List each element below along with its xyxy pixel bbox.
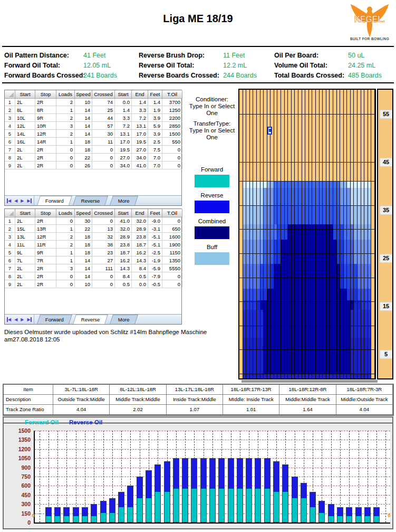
table-cell: 0 — [162, 217, 182, 225]
table-tab-strip: ◀◀▶▶ForwardReverseMore — [5, 314, 181, 324]
separator-line — [2, 82, 394, 83]
oil-bar — [118, 492, 124, 522]
band-segment — [264, 338, 351, 373]
reverse-oil-segment — [265, 459, 270, 489]
column-header: Feet — [148, 90, 162, 99]
distance-label: 5 — [380, 350, 392, 359]
transfer-type-select[interactable]: Type In or Select One — [183, 127, 240, 141]
table-cell: 650 — [162, 225, 182, 233]
reverse-oil-segment — [101, 501, 106, 513]
table-corner-cell[interactable] — [5, 209, 15, 217]
tab-reverse[interactable]: Reverse — [73, 315, 109, 324]
reverse-oil-segment — [228, 459, 234, 489]
nav-next-icon[interactable]: ▶ — [21, 198, 24, 203]
band-segment — [274, 205, 340, 224]
band-segment — [333, 224, 344, 239]
table-cell: 2L — [15, 162, 35, 169]
ratio-cell: 18L-18R:7R-3R — [336, 385, 393, 395]
oil-bar — [328, 504, 334, 522]
oil-bar — [100, 501, 107, 522]
band-gap — [239, 205, 243, 224]
forward-oil-segment — [55, 516, 60, 522]
reverse-oil-segment — [146, 471, 151, 498]
band-segment — [264, 224, 277, 239]
v-gridline — [385, 431, 386, 522]
stat-row: Total Boards Crossed:485 Boards — [274, 71, 382, 81]
band-segment — [260, 264, 271, 288]
distance-line — [239, 326, 375, 326]
oil-bar — [292, 477, 298, 522]
tab-label: Forward — [45, 198, 63, 204]
table-cell: 0 — [162, 280, 182, 288]
band-segment — [347, 181, 371, 188]
column-header: End — [132, 209, 148, 217]
nav-first-icon[interactable]: ◀ — [7, 198, 11, 203]
table-cell: 2 — [56, 130, 75, 138]
track-zone-ratio-table: Item3L-7L:18L-18R8L-12L:18L-18R13L-17L:1… — [3, 384, 394, 416]
table-nav-arrows: ◀◀▶▶ — [5, 196, 34, 205]
tab-forward[interactable]: Forward — [37, 315, 72, 324]
reverse-oil-segment — [110, 499, 115, 514]
nav-next-icon[interactable]: ▶ — [21, 317, 24, 322]
band-segment — [274, 188, 340, 205]
conditioner-select[interactable]: Type In or Select One — [183, 103, 240, 117]
stat-value: 41 Feet — [83, 51, 105, 61]
y-axis-tick-label: 900 — [6, 464, 31, 471]
stat-value: 50 uL — [348, 51, 364, 61]
distance-label: 55 — [380, 110, 392, 119]
column-header: Start — [115, 90, 132, 99]
column-header: Crossed — [92, 209, 115, 217]
table-cell: 2R — [35, 162, 56, 169]
nav-prev-icon[interactable]: ◀ — [14, 317, 17, 322]
row-number: 8 — [5, 154, 15, 162]
table-cell: 19.5 — [115, 146, 132, 154]
table-cell: 2L — [15, 98, 35, 106]
table-cell: 34.0 — [115, 162, 132, 169]
row-number: 4 — [5, 241, 15, 249]
forward-oil-segment — [165, 492, 170, 522]
forward-oil-segment — [319, 513, 324, 522]
legend-label: Forward — [183, 166, 240, 173]
table-cell: 0 — [92, 154, 115, 162]
conditioner-label: Conditioner: — [183, 96, 240, 103]
legend-forward-oil: Forward Oil — [25, 419, 59, 425]
reverse-oil-segment — [210, 459, 215, 489]
distance-line — [239, 374, 375, 374]
nav-last-icon[interactable]: ▶ — [27, 317, 31, 322]
tab-reverse[interactable]: Reverse — [73, 196, 109, 205]
table-cell: 1.4 — [148, 98, 162, 106]
table-cell: -5.9 — [148, 264, 162, 272]
table-cell: 14.3 — [115, 264, 132, 272]
table-cell: 12L — [15, 122, 35, 130]
phoenix-icon: KEGEL. — [347, 3, 392, 38]
ratio-cell: 1.07 — [167, 405, 223, 415]
table-cell: 9R — [35, 114, 56, 122]
row-number: 4 — [5, 122, 15, 130]
table-cell: 27.0 — [132, 146, 148, 154]
nav-last-icon[interactable]: ▶ — [27, 198, 31, 203]
row-number: 1 — [5, 98, 15, 106]
nav-first-icon[interactable]: ◀ — [7, 317, 11, 322]
table-corner-cell[interactable] — [5, 90, 15, 99]
tab-more[interactable]: More — [110, 196, 138, 205]
table-row: 12L2R030041.032.0-9.00 — [5, 217, 181, 225]
tab-more[interactable]: More — [110, 315, 138, 324]
table-cell: 1.9 — [148, 106, 162, 114]
legend-item-combined: Combined — [183, 218, 240, 239]
oil-bar — [282, 464, 288, 522]
nav-prev-icon[interactable]: ◀ — [14, 198, 17, 203]
y-axis-tick-label: 450 — [6, 492, 31, 498]
table-cell: 14 — [75, 130, 92, 138]
reverse-oil-segment — [73, 508, 79, 516]
table-cell: 0.0 — [132, 280, 148, 288]
table-cell: 2L — [15, 280, 35, 288]
column-header: Start — [115, 209, 132, 217]
tab-forward[interactable]: Forward — [37, 196, 72, 205]
oil-bar — [273, 461, 279, 522]
table-cell: 18.7 — [115, 249, 132, 256]
table-cell: 2200 — [162, 114, 182, 122]
y-axis-tick-label: 600 — [6, 482, 31, 489]
oil-band — [239, 240, 375, 264]
table-cell: 8.4 — [132, 264, 148, 272]
oil-bar — [173, 458, 179, 522]
